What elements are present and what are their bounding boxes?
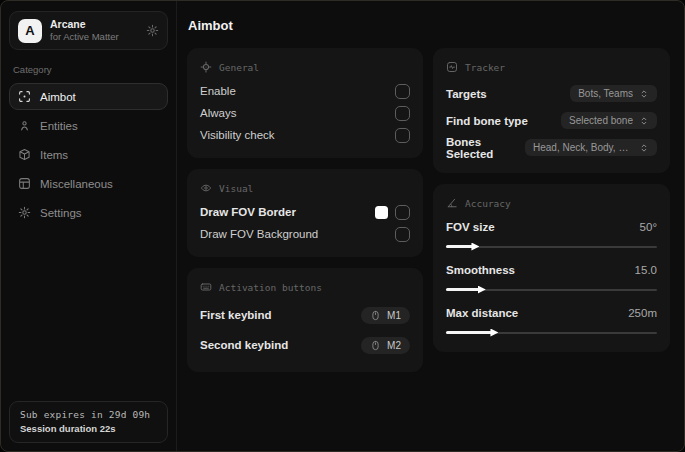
section-title: Visual <box>219 183 253 194</box>
fov-size-value: 50° <box>640 221 657 233</box>
sidebar-item-label: Entities <box>40 120 78 132</box>
right-column: Tracker Targets Bots, Teams <box>433 48 670 352</box>
slider-group-max-distance: Max distance 250m <box>446 302 657 338</box>
section-header-general: General <box>200 61 410 73</box>
max-distance-value: 250m <box>628 307 657 319</box>
slider-thumb[interactable] <box>471 243 479 251</box>
setting-label: Enable <box>200 85 236 97</box>
left-column: General Enable Always Visibility check <box>187 48 423 372</box>
page-title: Aimbot <box>188 18 670 33</box>
sidebar-footer: Sub expires in 29d 09h Session duration … <box>9 401 168 443</box>
slider-thumb[interactable] <box>478 286 486 294</box>
section-header-activation: Activation buttons <box>200 281 410 293</box>
card-accuracy: Accuracy FOV size 50° <box>433 184 670 352</box>
setting-row-draw-fov-border: Draw FOV Border <box>200 201 410 223</box>
section-title: Accuracy <box>465 198 511 209</box>
setting-label: Draw FOV Border <box>200 206 296 218</box>
setting-label: Find bone type <box>446 115 528 127</box>
crosshair-icon <box>18 90 31 103</box>
setting-label: Max distance <box>446 307 518 319</box>
setting-label: Visibility check <box>200 129 275 141</box>
slider-fill <box>446 245 473 248</box>
slider-group-smoothness: Smoothness 15.0 <box>446 259 657 295</box>
dropdown-value: Head, Neck, Body, Pe… <box>533 142 633 153</box>
setting-row-find-bone-type: Find bone type Selected bone <box>446 107 657 134</box>
setting-row-visibility-check: Visibility check <box>200 124 410 146</box>
sidebar-item-label: Settings <box>40 207 82 219</box>
person-scan-icon <box>18 119 31 132</box>
sidebar-item-settings[interactable]: Settings <box>9 199 168 226</box>
slider-header: Max distance 250m <box>446 302 657 324</box>
sidebar-item-entities[interactable]: Entities <box>9 112 168 139</box>
find-bone-type-dropdown[interactable]: Selected bone <box>561 112 657 129</box>
card-tracker: Tracker Targets Bots, Teams <box>433 48 670 173</box>
section-title: General <box>219 62 259 73</box>
fov-border-color-swatch[interactable] <box>375 206 388 219</box>
setting-label: Second keybind <box>200 339 288 351</box>
setting-row-draw-fov-background: Draw FOV Background <box>200 223 410 245</box>
slider-fill <box>446 288 480 291</box>
enable-checkbox[interactable] <box>395 84 410 99</box>
sidebar-item-label: Miscellaneous <box>40 178 113 190</box>
smoothness-value: 15.0 <box>635 264 657 276</box>
mouse-icon <box>370 340 381 351</box>
sidebar-item-aimbot[interactable]: Aimbot <box>9 83 168 110</box>
setting-row-always: Always <box>200 102 410 124</box>
targets-dropdown[interactable]: Bots, Teams <box>570 85 657 102</box>
setting-label: Targets <box>446 88 487 100</box>
eye-icon <box>200 182 212 194</box>
setting-row-second-keybind: Second keybind M2 <box>200 330 410 360</box>
sidebar-item-items[interactable]: Items <box>9 141 168 168</box>
sidebar-item-label: Items <box>40 149 68 161</box>
sidebar-menu: Aimbot Entities Items <box>9 83 168 226</box>
gear-icon <box>18 206 31 219</box>
second-keybind-button[interactable]: M2 <box>361 337 410 354</box>
main-content: Aimbot General <box>177 1 684 451</box>
visibility-check-checkbox[interactable] <box>395 128 410 143</box>
app-window: A Arcane for Active Matter Category <box>0 0 685 452</box>
gear-icon[interactable] <box>146 24 159 37</box>
section-header-tracker: Tracker <box>446 61 657 73</box>
bones-selected-dropdown[interactable]: Head, Neck, Body, Pe… <box>525 139 657 156</box>
setting-label: First keybind <box>200 309 272 321</box>
fov-size-slider[interactable] <box>446 241 657 252</box>
sidebar-item-miscellaneous[interactable]: Miscellaneous <box>9 170 168 197</box>
smoothness-slider[interactable] <box>446 284 657 295</box>
unfold-icon <box>639 143 649 153</box>
brand-logo: A <box>18 19 42 43</box>
setting-label: Bones Selected <box>446 136 525 160</box>
section-header-accuracy: Accuracy <box>446 197 657 209</box>
mouse-icon <box>370 310 381 321</box>
setting-label: FOV size <box>446 221 495 233</box>
layout-icon <box>18 177 31 190</box>
section-title: Tracker <box>465 62 505 73</box>
brand-title: Arcane <box>50 18 138 31</box>
always-checkbox[interactable] <box>395 106 410 121</box>
dropdown-value: Bots, Teams <box>578 88 633 99</box>
brand-text: Arcane for Active Matter <box>50 18 138 43</box>
crosshair-icon <box>200 61 212 73</box>
sidebar: A Arcane for Active Matter Category <box>1 1 177 451</box>
setting-row-bones-selected: Bones Selected Head, Neck, Body, Pe… <box>446 134 657 161</box>
slider-header: FOV size 50° <box>446 216 657 238</box>
card-activation-buttons: Activation buttons First keybind M1 <box>187 268 423 372</box>
keybind-value: M1 <box>387 310 401 321</box>
section-header-visual: Visual <box>200 182 410 194</box>
cube-icon <box>18 148 31 161</box>
draw-fov-border-checkbox[interactable] <box>395 205 410 220</box>
category-label: Category <box>13 64 164 75</box>
setting-label: Smoothness <box>446 264 515 276</box>
first-keybind-button[interactable]: M1 <box>361 307 410 324</box>
unfold-icon <box>639 89 649 99</box>
tracker-icon <box>446 61 458 73</box>
slider-fill <box>446 331 492 334</box>
setting-label: Draw FOV Background <box>200 228 318 240</box>
setting-row-targets: Targets Bots, Teams <box>446 80 657 107</box>
max-distance-slider[interactable] <box>446 327 657 338</box>
keybind-value: M2 <box>387 340 401 351</box>
slider-thumb[interactable] <box>490 329 498 337</box>
keyboard-icon <box>200 281 212 293</box>
setting-row-first-keybind: First keybind M1 <box>200 300 410 330</box>
draw-fov-background-checkbox[interactable] <box>395 227 410 242</box>
angle-icon <box>446 197 458 209</box>
